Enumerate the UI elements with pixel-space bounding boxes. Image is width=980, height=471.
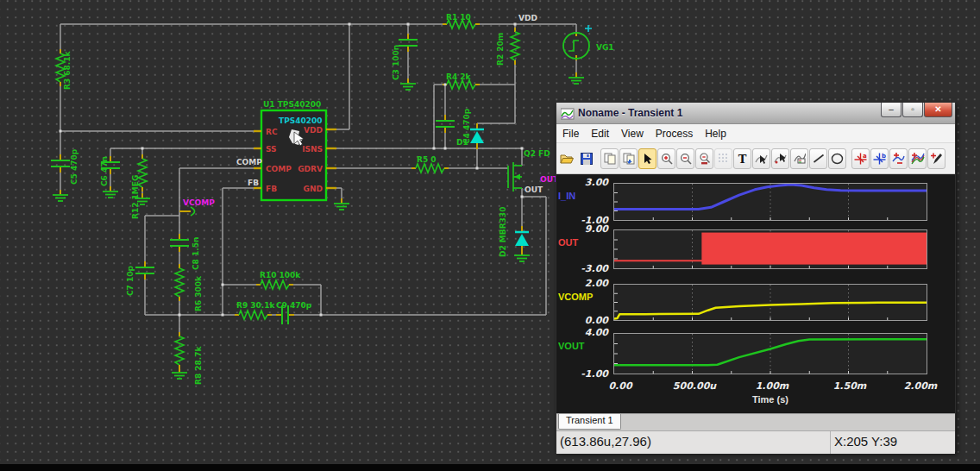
schematic-label: R8 28.7k — [194, 345, 203, 385]
schematic-label: VDD — [304, 126, 323, 135]
zoom-in-icon — [661, 153, 673, 165]
text-icon: T — [737, 153, 748, 165]
cursor-a-button[interactable]: a — [851, 148, 870, 169]
schematic-label: R9 30.1k — [236, 301, 276, 310]
plot-vout[interactable] — [613, 333, 927, 374]
zoom-100-icon — [699, 153, 711, 165]
cursor-tool-2-button[interactable] — [771, 148, 789, 169]
cursor-a-icon: a — [854, 153, 867, 165]
menu-bar: File Edit View Process Help — [556, 124, 955, 143]
maximize-button[interactable]: ▫ — [902, 103, 923, 117]
schematic-label: R3 68.1k — [63, 50, 72, 90]
pointer-icon — [642, 153, 653, 165]
toolbar: T a b — [556, 143, 955, 174]
tab-transient-1[interactable]: Transient 1 — [558, 414, 621, 430]
x-tick-2: 1.00m — [756, 380, 789, 392]
ellipse-icon — [831, 153, 844, 165]
y-max-label: 9.00 — [556, 224, 608, 235]
cursor-tool-1-button[interactable] — [752, 148, 770, 169]
text-button[interactable]: T — [733, 148, 751, 169]
paste-icon — [623, 153, 635, 165]
save-button[interactable] — [577, 148, 595, 169]
schematic-label: GND — [304, 185, 323, 193]
schematic-label: COMP — [236, 158, 262, 166]
cursor-b-button[interactable]: b — [870, 148, 889, 169]
open-icon — [560, 153, 575, 165]
plot-out[interactable] — [613, 229, 927, 269]
schematic-label: RC — [266, 128, 278, 136]
svg-text:T: T — [738, 153, 747, 165]
zoom-100-button[interactable] — [695, 148, 713, 169]
schematic-label: GDRV — [298, 165, 323, 173]
schematic-label: ISNS — [302, 145, 323, 154]
plus-sign — [585, 25, 592, 32]
curve-add-remove-icon — [892, 153, 905, 165]
line-icon — [813, 153, 825, 164]
schematic-label: VCOMP — [183, 198, 215, 207]
schematic-label: Q2 FD — [524, 149, 550, 158]
window-title: Noname - Transient 1 — [578, 107, 881, 119]
legend-button[interactable] — [790, 148, 808, 169]
pointer-button[interactable] — [638, 148, 656, 169]
copy-button[interactable] — [600, 148, 619, 169]
plot-row-vout: 4.00 VOUT -1.00 — [556, 333, 952, 374]
y-max-label: 2.00 — [556, 279, 608, 289]
ellipse-button[interactable] — [828, 148, 846, 169]
voltage-source-vg1[interactable] — [563, 25, 592, 60]
signal-label-vcomp: VCOMP — [558, 292, 593, 302]
status-xy: X:205 Y:39 — [831, 431, 955, 454]
menu-view[interactable]: View — [615, 126, 650, 141]
svg-text:b: b — [882, 153, 886, 160]
schematic-label: SS — [266, 145, 277, 154]
menu-file[interactable]: File — [556, 126, 585, 141]
schematic-label: R6 300k — [194, 275, 203, 311]
menu-edit[interactable]: Edit — [585, 126, 615, 141]
pen-plus-icon — [930, 153, 943, 165]
line-button[interactable] — [809, 148, 827, 169]
cursor-b-icon: b — [873, 153, 886, 165]
schematic-label: R10 100k — [260, 271, 301, 279]
signal-label-vout: VOUT — [558, 341, 585, 351]
status-bar: (613.86u,27.96) X:205 Y:39 — [556, 430, 955, 454]
close-button[interactable]: ✕ — [924, 103, 952, 117]
zoom-in-button[interactable] — [657, 148, 675, 169]
x-tick-3: 1.50m — [833, 380, 867, 392]
mosfet-q2[interactable] — [508, 162, 522, 192]
schematic-label: R12 1MEG — [131, 175, 140, 219]
schematic-label: C8 1.5n — [192, 237, 200, 270]
curve-add-remove-button[interactable] — [889, 148, 908, 169]
curves-multi-icon — [911, 153, 925, 165]
menu-process[interactable]: Process — [650, 126, 699, 141]
open-button[interactable] — [558, 148, 576, 169]
schematic-label: D1 — [456, 138, 468, 147]
zoom-out-button[interactable] — [676, 148, 694, 169]
schematic-label: VDD — [518, 14, 537, 22]
legend-icon — [794, 153, 806, 164]
menu-help[interactable]: Help — [699, 126, 732, 141]
schematic-label: VG1 — [596, 43, 614, 52]
schematic-label: C3 100n — [392, 45, 400, 80]
x-tick-0: 0.00 — [608, 380, 631, 392]
y-max-label: 3.00 — [556, 178, 608, 188]
minimize-button[interactable]: – — [881, 103, 901, 117]
schematic-label: D2 MBR330 — [499, 207, 507, 257]
copy-icon — [604, 153, 616, 165]
schematic-label: U1 TPS40200 — [263, 100, 321, 109]
plot-panel: 3.00 I_IN -1.00 9.00 OUT -3.00 2.00 VCOM… — [556, 174, 955, 413]
title-bar[interactable]: Noname - Transient 1 – ▫ ✕ — [556, 103, 955, 124]
schematic-label: C6 47n — [100, 156, 109, 186]
pen-plus-button[interactable] — [927, 148, 945, 169]
svg-text:a: a — [863, 153, 867, 160]
curves-multi-button[interactable] — [908, 148, 927, 169]
paste-button[interactable] — [619, 148, 638, 169]
save-icon — [581, 153, 593, 165]
grid-button[interactable] — [714, 148, 732, 169]
plot-iin[interactable] — [613, 183, 927, 221]
x-tick-1: 500.00u — [673, 380, 716, 392]
signal-label-iin: I_IN — [558, 191, 575, 201]
vcomp-probe[interactable] — [179, 207, 195, 216]
y-min-label: -3.00 — [556, 264, 608, 274]
cursor-tool-1-icon — [755, 153, 768, 165]
schematic-label: FB — [266, 185, 277, 193]
plot-vcomp[interactable] — [613, 284, 927, 321]
